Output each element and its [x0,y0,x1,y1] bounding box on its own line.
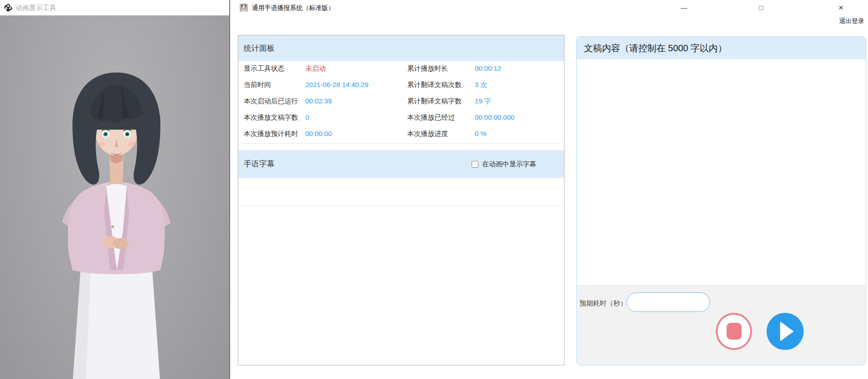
stat-label: 当前时间 [244,77,271,93]
stat-label: 本次播放已经过 [407,109,455,126]
stats-row: 显示工具状态 未启动 累计播放时长 00:00:12 [238,60,564,77]
animation-viewport [0,15,229,379]
script-textarea[interactable] [577,59,866,285]
expected-duration-label: 预期耗时（秒） [579,299,627,308]
stat-value-uptime: 00:02:39 [305,93,332,109]
stats-row: 本次启动后已运行 00:02:39 累计翻译文稿字数 19 字 [238,93,564,109]
subtitle-title: 手语字幕 [244,150,275,178]
stat-label: 显示工具状态 [244,60,285,77]
animation-tool-window: 动画显示工具 [0,0,229,379]
close-button[interactable]: ✕ [833,0,849,15]
stat-value-play-chars: 0 [305,109,309,126]
sign-language-app-window: 通用手语播报系统（标准版） — □ ✕ 退出登录 统计面板 显示工具状态 未启动… [230,0,868,379]
stat-value-total-play-time: 00:00:12 [475,60,501,77]
content-header: 文稿内容（请控制在 5000 字以内） [577,37,866,59]
logout-link[interactable]: 退出登录 [839,17,864,25]
stats-panel-header: 统计面板 [238,35,564,61]
stop-button[interactable] [716,313,752,350]
stat-value-translate-chars: 19 字 [475,93,491,109]
stat-value-elapsed: 00:00:00.000 [475,109,515,126]
app-avatar-icon [240,4,248,12]
unity-logo-icon [4,3,13,12]
stat-label: 累计翻译文稿字数 [407,93,462,109]
stat-value-current-time: 2021-06-28 14:40:29 [305,77,368,93]
animation-tool-titlebar: 动画显示工具 [0,0,229,15]
expected-duration-input[interactable] [627,292,710,312]
stat-value-estimated-time: 00:00:00 [305,126,332,142]
stop-icon [727,323,742,340]
stat-label: 本次播放文稿字数 [244,109,298,126]
show-subtitle-checkbox[interactable] [472,161,478,168]
stat-label: 本次启动后已运行 [244,93,298,109]
stat-label: 本次播放预计耗时 [244,126,298,142]
show-subtitle-label[interactable]: 在动画中显示字幕 [482,160,536,169]
stat-value-translate-count: 3 次 [475,77,487,93]
stats-row: 本次播放预计耗时 00:00:00 本次播放进度 0 % [238,126,564,142]
app-titlebar: 通用手语播报系统（标准版） — □ ✕ [230,0,868,15]
play-button[interactable] [767,313,804,350]
play-icon [780,321,794,341]
app-title: 通用手语播报系统（标准版） [252,0,334,15]
stat-label: 累计播放时长 [407,60,448,77]
stat-label: 累计翻译文稿次数 [407,77,462,93]
subtitle-header: 手语字幕 在动画中显示字幕 [238,150,564,178]
stat-label: 本次播放进度 [407,126,448,142]
subtitle-area-divider [240,205,563,206]
section-divider [240,143,563,144]
stats-row: 本次播放文稿字数 0 本次播放已经过 00:00:00.000 [238,109,564,126]
content-footer: 预期耗时（秒） [577,285,866,365]
signer-avatar [0,15,229,379]
stats-panel: 统计面板 显示工具状态 未启动 累计播放时长 00:00:12 当前时间 202… [238,35,564,365]
stat-value-tool-status: 未启动 [305,60,326,77]
content-panel: 文稿内容（请控制在 5000 字以内） 预期耗时（秒） [576,36,866,365]
stats-row: 当前时间 2021-06-28 14:40:29 累计翻译文稿次数 3 次 [238,77,564,93]
animation-tool-title: 动画显示工具 [15,0,56,15]
maximize-button[interactable]: □ [753,0,769,15]
stats-panel-title: 统计面板 [244,35,275,61]
stat-value-progress: 0 % [475,126,487,142]
content-title: 文稿内容（请控制在 5000 字以内） [584,37,727,59]
minimize-button[interactable]: — [676,0,692,15]
